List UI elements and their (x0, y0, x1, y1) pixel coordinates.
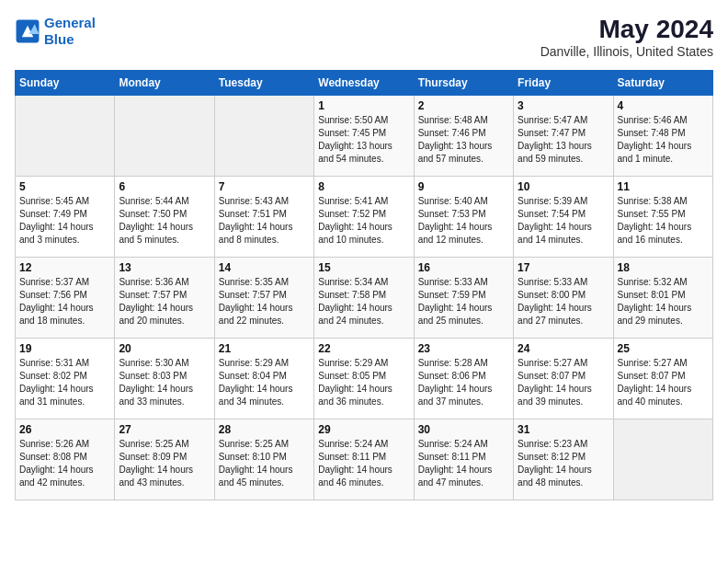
day-number: 20 (119, 342, 210, 355)
day-number: 4 (618, 99, 709, 112)
calendar-week-1: 1Sunrise: 5:50 AM Sunset: 7:45 PM Daylig… (16, 96, 713, 177)
day-number: 16 (418, 261, 509, 274)
header-cell-saturday: Saturday (613, 71, 712, 96)
day-number: 7 (219, 180, 310, 193)
day-number: 28 (219, 423, 310, 436)
day-number: 8 (318, 180, 409, 193)
day-info: Sunrise: 5:43 AM Sunset: 7:51 PM Dayligh… (219, 195, 310, 247)
calendar-cell: 27Sunrise: 5:25 AM Sunset: 8:09 PM Dayli… (115, 419, 214, 500)
calendar-cell (214, 96, 313, 177)
day-number: 15 (318, 261, 409, 274)
day-info: Sunrise: 5:47 AM Sunset: 7:47 PM Dayligh… (518, 114, 609, 166)
day-info: Sunrise: 5:41 AM Sunset: 7:52 PM Dayligh… (318, 195, 409, 247)
day-number: 25 (618, 342, 709, 355)
calendar-cell: 13Sunrise: 5:36 AM Sunset: 7:57 PM Dayli… (115, 258, 214, 339)
day-info: Sunrise: 5:29 AM Sunset: 8:05 PM Dayligh… (318, 357, 409, 408)
calendar-cell: 19Sunrise: 5:31 AM Sunset: 8:02 PM Dayli… (16, 339, 115, 419)
calendar-table: SundayMondayTuesdayWednesdayThursdayFrid… (15, 70, 713, 500)
header-row: SundayMondayTuesdayWednesdayThursdayFrid… (16, 71, 713, 96)
calendar-cell: 1Sunrise: 5:50 AM Sunset: 7:45 PM Daylig… (314, 96, 414, 177)
calendar-week-5: 26Sunrise: 5:26 AM Sunset: 8:08 PM Dayli… (16, 419, 713, 500)
day-info: Sunrise: 5:50 AM Sunset: 7:45 PM Dayligh… (318, 114, 409, 166)
calendar-cell (115, 96, 214, 177)
calendar-cell: 10Sunrise: 5:39 AM Sunset: 7:54 PM Dayli… (514, 177, 613, 258)
calendar-cell: 4Sunrise: 5:46 AM Sunset: 7:48 PM Daylig… (613, 96, 712, 177)
calendar-cell: 8Sunrise: 5:41 AM Sunset: 7:52 PM Daylig… (314, 177, 414, 258)
day-number: 17 (518, 261, 609, 274)
logo-text: General Blue (44, 15, 96, 48)
calendar-week-4: 19Sunrise: 5:31 AM Sunset: 8:02 PM Dayli… (16, 339, 713, 419)
calendar-cell: 11Sunrise: 5:38 AM Sunset: 7:55 PM Dayli… (613, 177, 712, 258)
header-cell-thursday: Thursday (414, 71, 513, 96)
header-cell-wednesday: Wednesday (314, 71, 414, 96)
day-number: 19 (19, 342, 110, 355)
day-number: 26 (19, 423, 110, 436)
logo-line2: Blue (44, 31, 74, 47)
header-cell-friday: Friday (514, 71, 613, 96)
day-info: Sunrise: 5:25 AM Sunset: 8:09 PM Dayligh… (119, 438, 210, 489)
header-cell-sunday: Sunday (16, 71, 115, 96)
calendar-cell: 18Sunrise: 5:32 AM Sunset: 8:01 PM Dayli… (613, 258, 712, 339)
calendar-week-2: 5Sunrise: 5:45 AM Sunset: 7:49 PM Daylig… (16, 177, 713, 258)
calendar-cell (16, 96, 115, 177)
day-number: 10 (518, 180, 609, 193)
calendar-cell: 24Sunrise: 5:27 AM Sunset: 8:07 PM Dayli… (514, 339, 613, 419)
day-number: 6 (119, 180, 210, 193)
day-number: 1 (318, 99, 409, 112)
day-info: Sunrise: 5:24 AM Sunset: 8:11 PM Dayligh… (318, 438, 409, 489)
calendar-cell: 28Sunrise: 5:25 AM Sunset: 8:10 PM Dayli… (214, 419, 313, 500)
header-cell-tuesday: Tuesday (214, 71, 313, 96)
day-number: 18 (618, 261, 709, 274)
day-number: 27 (119, 423, 210, 436)
day-info: Sunrise: 5:27 AM Sunset: 8:07 PM Dayligh… (618, 357, 709, 408)
calendar-cell: 12Sunrise: 5:37 AM Sunset: 7:56 PM Dayli… (16, 258, 115, 339)
day-info: Sunrise: 5:26 AM Sunset: 8:08 PM Dayligh… (19, 438, 110, 489)
day-info: Sunrise: 5:37 AM Sunset: 7:56 PM Dayligh… (19, 276, 110, 327)
calendar-cell: 29Sunrise: 5:24 AM Sunset: 8:11 PM Dayli… (314, 419, 414, 500)
day-number: 30 (418, 423, 509, 436)
day-info: Sunrise: 5:44 AM Sunset: 7:50 PM Dayligh… (119, 195, 210, 247)
day-info: Sunrise: 5:35 AM Sunset: 7:57 PM Dayligh… (219, 276, 310, 327)
day-info: Sunrise: 5:24 AM Sunset: 8:11 PM Dayligh… (418, 438, 509, 489)
day-info: Sunrise: 5:46 AM Sunset: 7:48 PM Dayligh… (618, 114, 709, 166)
calendar-header: SundayMondayTuesdayWednesdayThursdayFrid… (16, 71, 713, 96)
day-info: Sunrise: 5:45 AM Sunset: 7:49 PM Dayligh… (19, 195, 110, 247)
calendar-cell: 25Sunrise: 5:27 AM Sunset: 8:07 PM Dayli… (613, 339, 712, 419)
calendar-cell: 23Sunrise: 5:28 AM Sunset: 8:06 PM Dayli… (414, 339, 513, 419)
calendar-title: May 2024 (540, 15, 713, 44)
calendar-cell: 20Sunrise: 5:30 AM Sunset: 8:03 PM Dayli… (115, 339, 214, 419)
day-number: 11 (618, 180, 709, 193)
calendar-cell: 22Sunrise: 5:29 AM Sunset: 8:05 PM Dayli… (314, 339, 414, 419)
calendar-cell: 31Sunrise: 5:23 AM Sunset: 8:12 PM Dayli… (514, 419, 613, 500)
calendar-cell: 30Sunrise: 5:24 AM Sunset: 8:11 PM Dayli… (414, 419, 513, 500)
calendar-cell: 2Sunrise: 5:48 AM Sunset: 7:46 PM Daylig… (414, 96, 513, 177)
day-info: Sunrise: 5:40 AM Sunset: 7:53 PM Dayligh… (418, 195, 509, 247)
calendar-subtitle: Danville, Illinois, United States (540, 44, 713, 59)
day-number: 13 (119, 261, 210, 274)
calendar-cell: 21Sunrise: 5:29 AM Sunset: 8:04 PM Dayli… (214, 339, 313, 419)
day-number: 24 (518, 342, 609, 355)
calendar-cell: 14Sunrise: 5:35 AM Sunset: 7:57 PM Dayli… (214, 258, 313, 339)
calendar-body: 1Sunrise: 5:50 AM Sunset: 7:45 PM Daylig… (16, 96, 713, 500)
day-number: 29 (318, 423, 409, 436)
day-info: Sunrise: 5:31 AM Sunset: 8:02 PM Dayligh… (19, 357, 110, 408)
day-number: 3 (518, 99, 609, 112)
day-info: Sunrise: 5:25 AM Sunset: 8:10 PM Dayligh… (219, 438, 310, 489)
logo-icon (15, 18, 40, 44)
day-info: Sunrise: 5:23 AM Sunset: 8:12 PM Dayligh… (518, 438, 609, 489)
day-info: Sunrise: 5:28 AM Sunset: 8:06 PM Dayligh… (418, 357, 509, 408)
day-info: Sunrise: 5:27 AM Sunset: 8:07 PM Dayligh… (518, 357, 609, 408)
day-info: Sunrise: 5:33 AM Sunset: 7:59 PM Dayligh… (418, 276, 509, 327)
day-number: 9 (418, 180, 509, 193)
calendar-week-3: 12Sunrise: 5:37 AM Sunset: 7:56 PM Dayli… (16, 258, 713, 339)
day-info: Sunrise: 5:34 AM Sunset: 7:58 PM Dayligh… (318, 276, 409, 327)
day-info: Sunrise: 5:32 AM Sunset: 8:01 PM Dayligh… (618, 276, 709, 327)
day-info: Sunrise: 5:36 AM Sunset: 7:57 PM Dayligh… (119, 276, 210, 327)
calendar-cell: 3Sunrise: 5:47 AM Sunset: 7:47 PM Daylig… (514, 96, 613, 177)
day-info: Sunrise: 5:33 AM Sunset: 8:00 PM Dayligh… (518, 276, 609, 327)
day-number: 23 (418, 342, 509, 355)
calendar-cell: 17Sunrise: 5:33 AM Sunset: 8:00 PM Dayli… (514, 258, 613, 339)
calendar-cell: 5Sunrise: 5:45 AM Sunset: 7:49 PM Daylig… (16, 177, 115, 258)
calendar-cell (613, 419, 712, 500)
calendar-cell: 7Sunrise: 5:43 AM Sunset: 7:51 PM Daylig… (214, 177, 313, 258)
